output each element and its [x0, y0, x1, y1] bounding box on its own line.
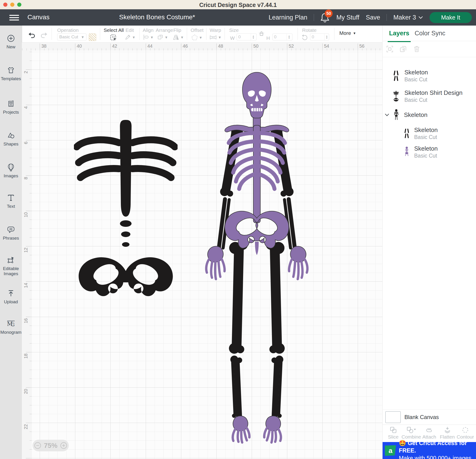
rotate-input[interactable]: ▲▼: [310, 34, 329, 41]
select-all-icon[interactable]: [110, 34, 117, 41]
project-card-icon: [7, 99, 15, 108]
arrange-icon[interactable]: ▼: [157, 34, 168, 41]
layer-row-skeleton-child-2[interactable]: Skeleton Basic Cut: [382, 143, 476, 161]
contour-icon: [461, 426, 469, 434]
rotate-label: Rotate: [302, 27, 316, 33]
save-button[interactable]: Save: [366, 14, 380, 21]
edit-label[interactable]: Edit: [126, 27, 134, 33]
canvas-design-skeleton[interactable]: [204, 71, 309, 444]
undo-button[interactable]: [28, 32, 36, 39]
sidebar-item-upload[interactable]: Upload: [0, 289, 22, 305]
maximize-window-button[interactable]: [17, 3, 21, 7]
flip-icon[interactable]: ▼: [172, 34, 184, 41]
align-icon[interactable]: ▼: [143, 34, 154, 41]
flatten-icon: [443, 426, 451, 434]
sidebar-item-templates[interactable]: Templates: [0, 66, 22, 81]
warp-label[interactable]: Warp: [210, 27, 221, 33]
sidebar-item-text[interactable]: Text: [0, 193, 22, 209]
tshirt-icon: [7, 66, 15, 75]
sidebar-item-images[interactable]: Images: [0, 163, 22, 178]
layer-row-skeleton-shirt-design[interactable]: Skeleton Shirt Design Basic Cut: [382, 87, 476, 105]
chevron-down-icon[interactable]: [384, 113, 390, 117]
combine-icon: [406, 426, 416, 434]
more-button[interactable]: More▼: [339, 30, 356, 36]
warp-icon[interactable]: ▼: [209, 34, 221, 41]
layer-thumbnail-purple-skeleton: [403, 146, 410, 158]
banner-line2: Make with 500,000+ images.: [399, 454, 474, 459]
panel-tabs: Layers Color Sync: [382, 26, 476, 41]
nav-canvas-label[interactable]: Canvas: [27, 14, 50, 21]
macos-titlebar: Cricut Design Space v7.44.1: [0, 0, 476, 9]
minimize-window-button[interactable]: [10, 3, 14, 7]
offset-icon[interactable]: ▼: [191, 34, 203, 41]
redo-button[interactable]: [40, 32, 48, 39]
sidebar-item-new[interactable]: New: [0, 34, 22, 50]
operation-dropdown[interactable]: Basic Cut▼: [57, 34, 86, 41]
window-title: Cricut Design Space v7.44.1: [199, 2, 277, 8]
layer-operation: Basic Cut: [414, 134, 438, 140]
select-all-label[interactable]: Select All: [104, 27, 124, 33]
flip-label[interactable]: Flip: [173, 27, 181, 33]
tab-color-sync[interactable]: Color Sync: [415, 30, 445, 37]
flatten-button[interactable]: Flatten: [439, 426, 456, 440]
machine-selector[interactable]: Maker 3: [393, 14, 423, 21]
attach-button[interactable]: Attach: [421, 426, 438, 440]
layer-thumbnail-group: [393, 109, 400, 121]
horizontal-ruler: 38 40 42 44 46 48 50 52 54 56: [22, 42, 382, 51]
canvas-design-skeleton-shirt[interactable]: [74, 119, 178, 296]
svg-text:G: G: [11, 322, 15, 327]
align-label[interactable]: Align: [143, 27, 154, 33]
notifications-button[interactable]: 50: [321, 12, 330, 23]
shapes-icon: [7, 131, 15, 140]
vertical-ruler: 2 4 6 8 10 12 14 16 18 20 22 24: [22, 51, 32, 459]
layer-row-skeleton-bones[interactable]: Skeleton Basic Cut: [382, 67, 476, 85]
layer-group-skeleton[interactable]: Skeleton: [382, 108, 476, 122]
blank-canvas-swatch[interactable]: [385, 411, 401, 423]
cricut-design-space-window: Cricut Design Space v7.44.1 Canvas Skele…: [0, 0, 476, 459]
width-input[interactable]: ▲▼: [237, 34, 257, 41]
lock-aspect-icon[interactable]: [258, 31, 264, 37]
sidebar-item-shapes[interactable]: Shapes: [0, 131, 22, 147]
zoom-out-button[interactable]: [34, 442, 42, 450]
arrange-label[interactable]: Arrange: [156, 27, 173, 33]
layer-thumbnail-bones: [403, 128, 410, 139]
layer-name: Skeleton Shirt Design: [404, 89, 462, 96]
project-title[interactable]: Skeleton Bones Costume*: [119, 14, 195, 21]
banner-emoji: 🤩: [399, 440, 406, 446]
layer-row-skeleton-child-1[interactable]: Skeleton Basic Cut: [382, 124, 476, 143]
contour-button[interactable]: Contour: [457, 426, 474, 440]
width-label: W: [230, 35, 235, 41]
attach-icon: [425, 426, 433, 434]
slice-icon: [390, 426, 397, 434]
cricut-access-banner[interactable]: a 🤩 Get Cricut Access for FREE. Make wit…: [382, 442, 476, 459]
blank-canvas-row[interactable]: Blank Canvas: [382, 409, 476, 425]
duplicate-icon[interactable]: [399, 45, 407, 53]
edit-pencil-icon[interactable]: ▼: [125, 34, 136, 41]
sidebar-item-phrases[interactable]: Phrases: [0, 225, 22, 241]
close-window-button[interactable]: [3, 3, 8, 7]
material-color-swatch[interactable]: [89, 34, 96, 41]
menu-icon[interactable]: [9, 14, 19, 21]
sidebar-item-editable-images[interactable]: Editable Images: [0, 256, 22, 276]
blank-canvas-label: Blank Canvas: [404, 414, 439, 420]
make-it-button[interactable]: Make It: [430, 12, 472, 23]
learning-plan-link[interactable]: Learning Plan: [269, 14, 307, 21]
offset-label[interactable]: Offset: [191, 27, 204, 33]
text-icon: [7, 193, 15, 202]
trash-icon[interactable]: [413, 45, 421, 53]
zoom-in-button[interactable]: [60, 442, 68, 450]
my-stuff-link[interactable]: My Stuff: [336, 14, 359, 21]
notification-badge: 50: [325, 9, 333, 17]
layers-panel: Layers Color Sync Skeleton Basic Cut: [382, 26, 476, 459]
height-input[interactable]: ▲▼: [272, 34, 292, 41]
banner-line1: Get Cricut Access for FREE.: [399, 440, 467, 454]
layer-operation: Basic Cut: [404, 97, 462, 103]
sidebar-item-projects[interactable]: Projects: [0, 99, 22, 115]
cricut-access-logo: a: [385, 445, 396, 456]
slice-button[interactable]: Slice: [385, 426, 402, 440]
sidebar-item-monogram[interactable]: MG Monogram: [0, 319, 22, 335]
tab-layers[interactable]: Layers: [389, 30, 409, 37]
combine-button[interactable]: Combine: [403, 426, 420, 440]
select-similar-icon[interactable]: [386, 45, 394, 53]
zoom-control: 75%: [33, 440, 69, 451]
